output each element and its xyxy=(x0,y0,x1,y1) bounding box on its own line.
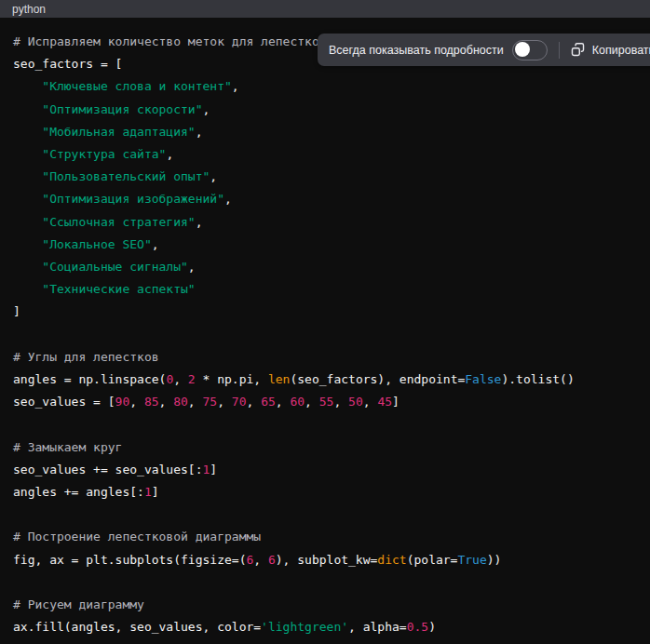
code-content: # Исправляем количество меток для лепест… xyxy=(0,18,650,644)
toggle-knob xyxy=(515,42,530,57)
code-line xyxy=(13,324,637,346)
code-line: ax.fill(angles, seo_values, color='light… xyxy=(13,616,637,638)
code-language-label: python xyxy=(12,3,46,16)
copy-icon xyxy=(570,42,586,58)
code-line: "Ключевые слова и контент", xyxy=(13,75,637,98)
code-line: "Социальные сигналы", xyxy=(13,256,637,278)
code-line: "Структура сайта", xyxy=(13,143,637,166)
code-line xyxy=(13,503,637,526)
toolbar-divider xyxy=(559,42,560,59)
code-line: # Углы для лепестков xyxy=(13,346,637,369)
code-line: "Пользовательский опыт", xyxy=(13,166,637,188)
code-line: # Построение лепестковой диаграммы xyxy=(13,526,637,548)
copy-code-button[interactable]: Копировать код xyxy=(570,42,650,58)
always-show-details-toggle[interactable] xyxy=(512,40,548,60)
code-line: fig, ax = plt.subplots(figsize=(6, 6), s… xyxy=(13,549,637,571)
code-line: "Мобильная адаптация", xyxy=(13,121,637,143)
code-line: ] xyxy=(13,301,637,323)
code-line: # Рисуем диаграмму xyxy=(13,594,637,616)
copy-code-label: Копировать код xyxy=(592,44,650,57)
code-header-bar: python xyxy=(0,0,650,18)
code-line: "Оптимизация изображений", xyxy=(13,188,637,210)
code-block: # Исправляем количество меток для лепест… xyxy=(0,18,650,644)
code-toolbar-overlay: Всегда показывать подробности Копировать… xyxy=(318,34,650,66)
code-line xyxy=(13,571,637,594)
code-line: angles = np.linspace(0, 2 * np.pi, len(s… xyxy=(13,369,637,391)
code-line: "Ссылочная стратегия", xyxy=(13,211,637,234)
code-line: angles += angles[:1] xyxy=(13,481,637,503)
code-line: seo_values += seo_values[:1] xyxy=(13,459,637,481)
always-show-details-label: Всегда показывать подробности xyxy=(329,44,504,57)
code-line: "Оптимизация скорости", xyxy=(13,99,637,121)
code-line: "Технические аспекты" xyxy=(13,278,637,301)
code-line: # Замыкаем круг xyxy=(13,436,637,459)
code-line: seo_values = [90, 85, 80, 75, 70, 65, 60… xyxy=(13,391,637,413)
code-line: "Локальное SEO", xyxy=(13,234,637,256)
code-block-window: python # Исправляем количество меток для… xyxy=(0,0,650,644)
code-line xyxy=(13,413,637,436)
